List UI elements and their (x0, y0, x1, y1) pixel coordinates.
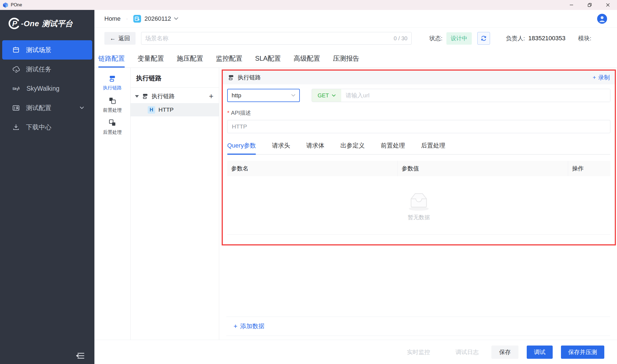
sidebar: P -One 测试平台 测试场景 测试任务 (0, 10, 94, 364)
protocol-select[interactable]: http (227, 89, 300, 102)
tab-link-config[interactable]: 链路配置 (98, 49, 125, 68)
app-logo: P -One 测试平台 (0, 10, 94, 38)
sidebar-item-label: SkyWalking (27, 85, 59, 92)
svg-text:P: P (12, 20, 17, 28)
breadcrumb-separator: · (126, 15, 128, 22)
restore-icon[interactable] (581, 0, 599, 10)
tab-advanced-config[interactable]: 高级配置 (293, 49, 320, 68)
sidebar-item-label: 测试配置 (26, 104, 51, 112)
http-badge: H (148, 106, 155, 114)
tab-monitor-config[interactable]: 监控配置 (216, 49, 242, 68)
tab-test-report[interactable]: 压测报告 (333, 49, 359, 68)
back-arrow-icon: ← (110, 35, 116, 42)
url-input-group: GET (312, 89, 610, 102)
scene-toolbar: ← 返回 0 / 30 状态: 设计中 负责人: 18352100353 模块: (94, 28, 617, 49)
param-table-header: 参数名 参数值 操作 (227, 161, 610, 176)
scene-box-icon (12, 46, 20, 54)
tree-node-http[interactable]: H HTTP (131, 103, 219, 116)
owner-value: 18352100353 (528, 35, 566, 42)
subtab-pre-process[interactable]: 前置处理 (381, 141, 405, 154)
window-title: POne (11, 2, 22, 7)
chevron-down-icon (332, 94, 336, 97)
api-desc-label: *API描述 (227, 109, 610, 117)
chevron-down-icon[interactable] (174, 17, 178, 20)
col-operation: 操作 (568, 161, 610, 176)
scene-name-field: 0 / 30 (141, 32, 412, 45)
editor-panel: 执行链路 + 录制 http (219, 68, 617, 340)
caret-down-icon[interactable] (135, 95, 139, 98)
cloud-sync-icon (12, 65, 20, 73)
rail-item-exec-chain[interactable]: 执行链路 (94, 72, 130, 94)
config-tabs: 链路配置 变量配置 施压配置 监控配置 SLA配置 高级配置 压测报告 (94, 49, 617, 68)
breadcrumb-scene-name[interactable]: 20260112 (144, 15, 171, 22)
api-desc-input[interactable] (227, 120, 610, 133)
add-node-button[interactable]: + (209, 92, 213, 100)
tree-root-label: 执行链路 (152, 92, 175, 100)
panel-title: 执行链路 (238, 74, 261, 81)
empty-box-icon (406, 189, 432, 212)
svg-text:Sky: Sky (12, 87, 18, 91)
char-counter: 0 / 30 (394, 35, 407, 42)
module-label: 模块: (578, 34, 591, 42)
close-icon[interactable] (599, 0, 617, 10)
logo-one-text: -One (21, 19, 39, 28)
url-input[interactable] (341, 89, 610, 102)
sidebar-item-label: 下载中心 (26, 123, 51, 132)
scene-name-input[interactable] (145, 35, 391, 42)
debug-button[interactable]: 调试 (527, 346, 553, 359)
add-data-button[interactable]: + 添加数据 (226, 317, 610, 336)
exec-chain-header: 执行链路 + 录制 (223, 71, 615, 84)
subtab-headers[interactable]: 请求头 (272, 141, 290, 154)
method-select[interactable]: GET (312, 89, 341, 102)
rail-item-post-process[interactable]: 后置处理 (94, 116, 130, 138)
sidebar-item-test-config[interactable]: 测试配置 (0, 98, 94, 117)
sidebar-collapse-icon[interactable] (75, 352, 85, 360)
scene-doc-icon (133, 15, 141, 23)
subtab-output-params[interactable]: 出参定义 (340, 141, 365, 154)
save-and-run-button[interactable]: 保存并压测 (561, 346, 604, 359)
sidebar-item-skywalking[interactable]: Sky SkyWalking (0, 79, 94, 98)
sidebar-item-download-center[interactable]: 下载中心 (0, 117, 94, 137)
tab-pressure-config[interactable]: 施压配置 (177, 49, 203, 68)
flow-chain-icon (228, 74, 234, 81)
logo-cn-text: 测试平台 (42, 18, 73, 29)
record-button[interactable]: + 录制 (593, 74, 610, 81)
owner-label: 负责人: (506, 34, 525, 42)
tree-title: 执行链路 (131, 68, 219, 88)
refresh-button[interactable] (477, 32, 490, 45)
post-process-icon (108, 119, 116, 127)
sidebar-item-label: 测试任务 (26, 65, 51, 74)
subtab-post-process[interactable]: 后置处理 (421, 141, 445, 154)
annotation-highlight-box: 执行链路 + 录制 http (222, 69, 616, 245)
save-button[interactable]: 保存 (491, 346, 518, 359)
breadcrumb-home[interactable]: Home (104, 15, 121, 22)
exec-chain-tree-panel: 执行链路 执行链路 + H HTTP (131, 68, 219, 340)
rail-item-pre-process[interactable]: 前置处理 (94, 94, 130, 116)
empty-text: 暂无数据 (408, 214, 430, 221)
avatar[interactable] (597, 14, 607, 24)
subtab-query-params[interactable]: Query参数 (227, 141, 256, 154)
request-subtabs: Query参数 请求头 请求体 出参定义 前置处理 后置处理 (227, 141, 610, 155)
param-table-empty: 暂无数据 (227, 176, 610, 235)
subtab-body[interactable]: 请求体 (306, 141, 324, 154)
refresh-icon (480, 35, 487, 42)
minimize-icon[interactable] (562, 0, 581, 10)
col-param-name: 参数名 (227, 161, 398, 176)
tree-child-label: HTTP (158, 106, 174, 113)
chevron-down-icon (291, 94, 295, 97)
debug-log-link[interactable]: 调试日志 (456, 348, 479, 356)
flow-chain-icon (142, 93, 149, 100)
col-param-value: 参数值 (398, 161, 568, 176)
back-button[interactable]: ← 返回 (104, 32, 136, 45)
action-bar: 实时监控 调试日志 保存 调试 保存并压测 (94, 340, 617, 364)
tab-variable-config[interactable]: 变量配置 (137, 49, 164, 68)
sidebar-item-label: 测试场景 (26, 46, 51, 54)
pre-process-icon (108, 97, 116, 105)
top-header: Home · 20260112 (94, 10, 617, 28)
tab-sla-config[interactable]: SLA配置 (255, 49, 281, 68)
tree-root-node[interactable]: 执行链路 + (131, 89, 219, 103)
flow-chain-icon (108, 75, 116, 82)
sidebar-item-test-scene[interactable]: 测试场景 (2, 40, 92, 60)
sidebar-item-test-task[interactable]: 测试任务 (0, 60, 94, 79)
realtime-monitor-link[interactable]: 实时监控 (407, 348, 430, 356)
